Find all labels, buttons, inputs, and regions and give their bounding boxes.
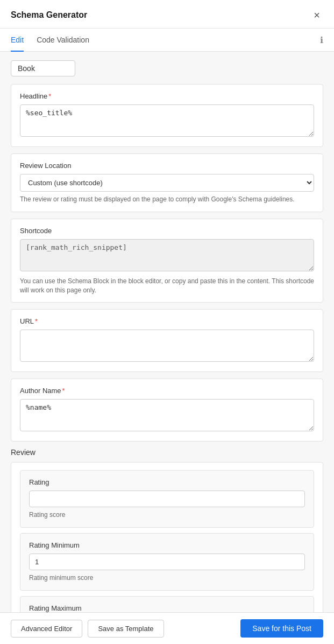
headline-field-group: Headline*: [11, 84, 323, 147]
author-name-label: Author Name*: [20, 387, 314, 395]
shortcode-input[interactable]: [20, 239, 314, 271]
headline-required: *: [48, 92, 51, 100]
rating-minimum-input[interactable]: [29, 554, 305, 570]
save-as-template-button[interactable]: Save as Template: [88, 620, 164, 638]
tab-edit[interactable]: Edit: [11, 29, 24, 52]
rating-field-group: Rating Rating score: [20, 470, 314, 528]
advanced-editor-button[interactable]: Advanced Editor: [11, 620, 82, 638]
rating-maximum-label: Rating Maximum: [29, 604, 305, 612]
author-name-field-group: Author Name*: [11, 379, 323, 442]
review-location-field-group: Review Location Custom (use shortcode) A…: [11, 153, 323, 212]
review-section-label: Review: [11, 448, 323, 457]
rating-input[interactable]: [29, 491, 305, 507]
review-location-hint: The review or rating must be displayed o…: [20, 195, 314, 204]
schema-type-selector[interactable]: Book: [11, 60, 75, 76]
url-label: URL*: [20, 317, 314, 325]
tab-code-validation[interactable]: Code Validation: [37, 29, 89, 52]
url-field-group: URL*: [11, 309, 323, 372]
footer: Advanced Editor Save as Template Save fo…: [0, 612, 334, 644]
review-location-select[interactable]: Custom (use shortcode) Above content Bel…: [20, 174, 314, 192]
tabs-bar: Edit Code Validation ℹ: [0, 29, 334, 52]
headline-input[interactable]: [20, 104, 314, 137]
rating-minimum-field-group: Rating Minimum Rating minimum score: [20, 533, 314, 591]
shortcode-hint: You can use the Schema Block in the bloc…: [20, 277, 314, 295]
modal-header: Schema Generator ×: [0, 0, 334, 29]
review-location-label: Review Location: [20, 162, 314, 170]
shortcode-field-group: Shortcode You can use the Schema Block i…: [11, 219, 323, 303]
content-area: Book Headline* Review Location Custom (u…: [0, 52, 334, 644]
shortcode-label: Shortcode: [20, 227, 314, 235]
close-button[interactable]: ×: [310, 9, 323, 22]
url-required: *: [35, 317, 38, 325]
rating-minimum-label: Rating Minimum: [29, 541, 305, 549]
info-icon[interactable]: ℹ: [320, 35, 323, 45]
author-name-required: *: [62, 387, 65, 395]
headline-label: Headline*: [20, 92, 314, 100]
author-name-input[interactable]: [20, 399, 314, 431]
url-input[interactable]: [20, 330, 314, 362]
rating-hint: Rating score: [29, 510, 305, 520]
modal-title: Schema Generator: [11, 10, 87, 20]
rating-minimum-hint: Rating minimum score: [29, 573, 305, 583]
rating-label: Rating: [29, 478, 305, 486]
save-for-post-button[interactable]: Save for this Post: [240, 619, 323, 638]
